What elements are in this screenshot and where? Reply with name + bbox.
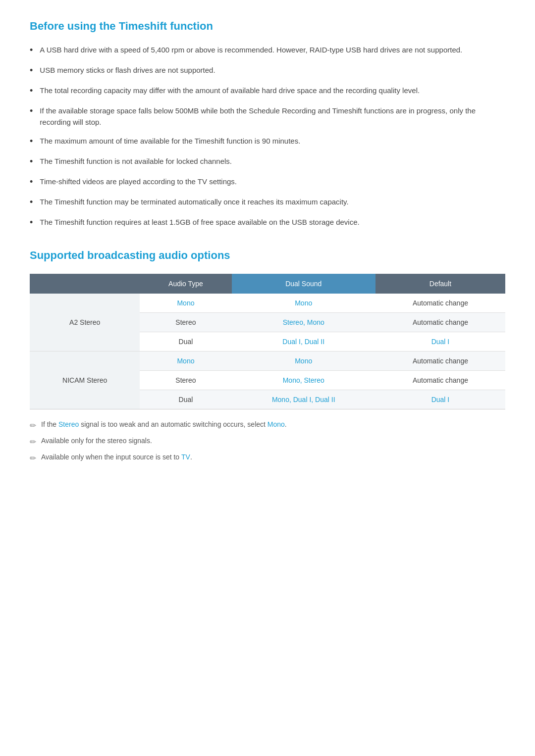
- dual-sound-cell: Stereo, Mono: [232, 313, 375, 332]
- audio-type-cell: Stereo: [140, 371, 231, 390]
- section-audio-options: Supported broadcasting audio options Aud…: [30, 249, 505, 464]
- default-cell: Automatic change: [375, 313, 505, 332]
- dual-sound-cell: Mono: [232, 352, 375, 371]
- default-cell: Dual I: [375, 332, 505, 352]
- note-icon: ✏: [30, 436, 36, 448]
- default-cell: Automatic change: [375, 371, 505, 390]
- section2-title: Supported broadcasting audio options: [30, 249, 505, 262]
- table-row: NICAM StereoMonoMonoAutomatic change: [30, 352, 505, 371]
- bullet-item: The total recording capacity may differ …: [30, 85, 505, 98]
- col-dual-sound: Dual Sound: [232, 274, 375, 294]
- note-icon: ✏: [30, 453, 36, 464]
- default-cell: Automatic change: [375, 294, 505, 313]
- dual-sound-cell: Dual I, Dual II: [232, 332, 375, 352]
- note-item: ✏If the Stereo signal is too weak and an…: [30, 419, 505, 432]
- note-text: Available only for the stereo signals.: [41, 436, 152, 446]
- note-item: ✏Available only for the stereo signals.: [30, 436, 505, 448]
- default-cell: Automatic change: [375, 352, 505, 371]
- bullet-item: Time-shifted videos are played according…: [30, 176, 505, 189]
- audio-type-cell: Dual: [140, 390, 231, 409]
- audio-type-cell: Mono: [140, 294, 231, 313]
- col-group: [30, 274, 140, 294]
- note-item: ✏Available only when the input source is…: [30, 452, 505, 464]
- note-highlight2: Mono: [268, 420, 285, 428]
- table-row: A2 StereoMonoMonoAutomatic change: [30, 294, 505, 313]
- bullet-item: The Timeshift function is not available …: [30, 156, 505, 168]
- audio-options-table: Audio Type Dual Sound Default A2 StereoM…: [30, 274, 505, 409]
- note-highlight: Stereo: [58, 420, 79, 428]
- bullet-item: The Timeshift function requires at least…: [30, 217, 505, 229]
- audio-type-cell: Dual: [140, 332, 231, 352]
- bullet-item: The maximum amount of time available for…: [30, 136, 505, 148]
- audio-type-cell: Stereo: [140, 313, 231, 332]
- group-cell: A2 Stereo: [30, 294, 140, 352]
- bullet-item: The Timeshift function may be terminated…: [30, 197, 505, 209]
- group-cell: NICAM Stereo: [30, 352, 140, 409]
- bullet-list: A USB hard drive with a speed of 5,400 r…: [30, 45, 505, 229]
- note-text: If the Stereo signal is too weak and an …: [41, 419, 287, 430]
- col-audio-type: Audio Type: [140, 274, 231, 294]
- note-text: Available only when the input source is …: [41, 452, 192, 462]
- section1-title: Before using the Timeshift function: [30, 20, 505, 33]
- audio-type-cell: Mono: [140, 352, 231, 371]
- notes-list: ✏If the Stereo signal is too weak and an…: [30, 419, 505, 464]
- note-icon: ✏: [30, 420, 36, 432]
- dual-sound-cell: Mono, Stereo: [232, 371, 375, 390]
- bullet-item: USB memory sticks or flash drives are no…: [30, 65, 505, 77]
- dual-sound-cell: Mono, Dual I, Dual II: [232, 390, 375, 409]
- bullet-item: A USB hard drive with a speed of 5,400 r…: [30, 45, 505, 57]
- default-cell: Dual I: [375, 390, 505, 409]
- note-highlight: TV: [181, 453, 190, 461]
- bullet-item: If the available storage space falls bel…: [30, 105, 505, 128]
- col-default: Default: [375, 274, 505, 294]
- dual-sound-cell: Mono: [232, 294, 375, 313]
- section-timeshift: Before using the Timeshift function A US…: [30, 20, 505, 229]
